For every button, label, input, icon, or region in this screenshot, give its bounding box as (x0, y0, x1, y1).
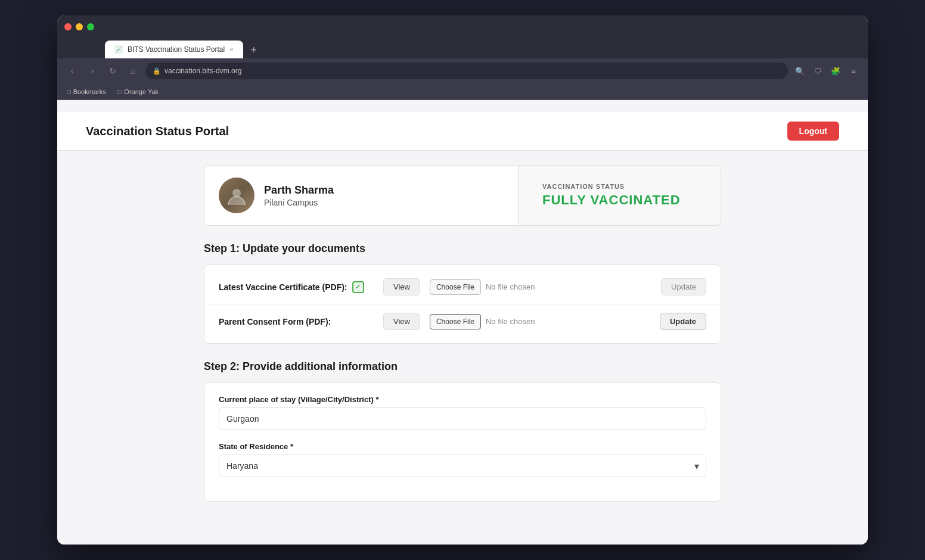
place-of-stay-group: Current place of stay (Village/City/Dist… (219, 395, 706, 430)
page-title: Vaccination Status Portal (86, 125, 229, 138)
state-of-residence-group: State of Residence * Haryana Delhi Punja… (219, 442, 706, 477)
consent-form-file-group: Choose File No file chosen (430, 314, 650, 329)
bookmarks-label: Bookmarks (73, 88, 106, 95)
search-icon-btn[interactable]: 🔍 (793, 64, 807, 78)
tab-title: BITS Vaccination Status Portal (128, 45, 225, 54)
menu-icon-btn[interactable]: ≡ (846, 64, 861, 78)
vaccine-cert-label: Latest Vaccine Certificate (PDF): ✓ (219, 281, 374, 293)
tab-close-icon[interactable]: × (229, 46, 233, 53)
url-text: vaccination.bits-dvm.org (164, 67, 241, 75)
bookmark-icon: □ (67, 88, 71, 95)
minimize-button[interactable] (76, 23, 83, 30)
tab-favicon: 💉 (114, 45, 123, 54)
shield-icon-btn[interactable]: 🛡 (811, 64, 825, 78)
svg-point-0 (232, 189, 241, 197)
reload-button[interactable]: ↻ (105, 63, 120, 79)
step2-title: Step 2: Provide additional information (204, 360, 721, 373)
reload-icon: ↻ (109, 66, 116, 76)
vaccine-cert-update-button[interactable]: Update (661, 278, 706, 295)
bookmark-orange-yak-label: Orange Yak (124, 88, 159, 95)
forward-icon: › (91, 66, 94, 76)
bookmark-orange-yak[interactable]: □ Orange Yak (116, 87, 161, 97)
profile-section: Parth Sharma Pilani Campus VACCINATION S… (204, 165, 721, 226)
step1-section: Step 1: Update your documents Latest Vac… (204, 242, 721, 344)
place-of-stay-input[interactable] (219, 407, 706, 430)
back-button[interactable]: ‹ (64, 63, 80, 79)
step2-card: Current place of stay (Village/City/Dist… (204, 382, 721, 502)
nav-right-icons: 🔍 🛡 🧩 ≡ (793, 64, 861, 78)
maximize-button[interactable] (87, 23, 94, 30)
forward-button[interactable]: › (85, 63, 100, 79)
logout-button[interactable]: Logout (787, 122, 839, 141)
tab-bar: 💉 BITS Vaccination Status Portal × + (57, 38, 868, 58)
vaccine-cert-view-button[interactable]: View (383, 278, 420, 295)
close-button[interactable] (64, 23, 72, 30)
document-row-consent-form: Parent Consent Form (PDF): View Choose F… (204, 304, 721, 338)
step1-card: Latest Vaccine Certificate (PDF): ✓ View… (204, 265, 721, 344)
folder-icon: □ (118, 88, 122, 95)
address-bar[interactable]: 🔒 vaccination.bits-dvm.org (145, 63, 788, 79)
state-of-residence-select[interactable]: Haryana Delhi Punjab Rajasthan Maharasht… (219, 455, 706, 477)
lock-icon: 🔒 (153, 67, 161, 75)
step2-section: Step 2: Provide additional information C… (204, 360, 721, 502)
home-icon: ⌂ (131, 66, 135, 76)
extension-icon-btn[interactable]: 🧩 (828, 64, 843, 78)
vaccine-cert-no-file-text: No file chosen (486, 282, 535, 291)
consent-form-view-button[interactable]: View (383, 313, 420, 330)
consent-form-update-button[interactable]: Update (660, 313, 706, 330)
back-icon: ‹ (71, 66, 74, 76)
home-button[interactable]: ⌂ (125, 63, 141, 79)
page-header: Vaccination Status Portal Logout (57, 112, 868, 151)
step1-title: Step 1: Update your documents (204, 242, 721, 255)
avatar (219, 178, 254, 213)
vaccine-cert-choose-file-button[interactable]: Choose File (430, 279, 481, 295)
profile-name: Parth Sharma (264, 184, 504, 197)
main-content: Parth Sharma Pilani Campus VACCINATION S… (194, 151, 731, 533)
new-tab-button[interactable]: + (246, 42, 262, 58)
profile-campus: Pilani Campus (264, 198, 504, 207)
vaccination-status-value: FULLY VACCINATED (542, 192, 697, 208)
active-tab[interactable]: 💉 BITS Vaccination Status Portal × (105, 41, 243, 58)
place-of-stay-label: Current place of stay (Village/City/Dist… (219, 395, 706, 404)
profile-info: Parth Sharma Pilani Campus (264, 184, 504, 207)
vaccine-cert-file-group: Choose File No file chosen (430, 279, 651, 295)
browser-window: 💉 BITS Vaccination Status Portal × + ‹ ›… (57, 15, 868, 545)
browser-titlebar (57, 15, 868, 38)
check-icon: ✓ (352, 281, 364, 293)
state-select-wrapper: Haryana Delhi Punjab Rajasthan Maharasht… (219, 455, 706, 477)
consent-form-label: Parent Consent Form (PDF): (219, 317, 374, 326)
traffic-lights (64, 23, 94, 30)
profile-card: Parth Sharma Pilani Campus (204, 165, 519, 226)
navbar: ‹ › ↻ ⌂ 🔒 vaccination.bits-dvm.org 🔍 🛡 🧩… (57, 58, 868, 83)
state-of-residence-label: State of Residence * (219, 442, 706, 451)
document-row-vaccine-cert: Latest Vaccine Certificate (PDF): ✓ View… (204, 270, 721, 304)
vaccination-status-card: VACCINATION STATUS FULLY VACCINATED (519, 165, 721, 226)
bookmarks-item[interactable]: □ Bookmarks (64, 87, 108, 97)
bookmarks-bar: □ Bookmarks □ Orange Yak (57, 83, 868, 100)
consent-form-choose-file-button[interactable]: Choose File (430, 314, 481, 329)
vaccination-status-label: VACCINATION STATUS (542, 183, 697, 190)
consent-form-no-file-text: No file chosen (486, 317, 535, 326)
page-content: Vaccination Status Portal Logout Parth S… (57, 100, 868, 545)
